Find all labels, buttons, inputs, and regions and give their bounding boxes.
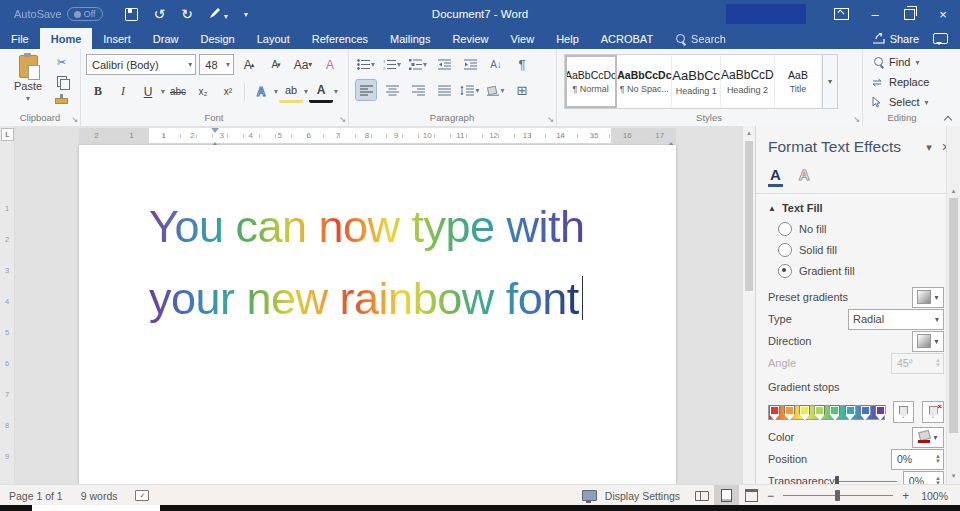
line-spacing-button[interactable]: ▾ [460, 80, 480, 100]
ink-button[interactable]: ▾ [209, 7, 228, 21]
zoom-thumb[interactable] [835, 490, 840, 501]
gradient-stop-marker[interactable] [784, 405, 795, 421]
gradient-stops-bar[interactable] [768, 405, 885, 420]
show-hide-button[interactable]: ¶ [512, 54, 532, 74]
highlight-caret-icon[interactable]: ▾ [304, 87, 308, 96]
styles-dialog-launcher[interactable]: ↘ [853, 115, 860, 124]
document-text[interactable]: You can now type with your new rainbow f… [79, 145, 676, 335]
comments-icon[interactable] [933, 33, 948, 44]
account-badge[interactable] [726, 4, 806, 24]
underline-caret-icon[interactable]: ▾ [161, 87, 165, 96]
type-combo[interactable]: Radial▾ [848, 309, 944, 330]
align-right-button[interactable] [408, 80, 428, 100]
tab-insert[interactable]: Insert [92, 28, 142, 49]
superscript-button[interactable]: x² [216, 82, 240, 102]
multilevel-list-button[interactable]: ▾ [408, 54, 428, 74]
display-settings-button[interactable]: Display Settings [573, 490, 689, 502]
tab-design[interactable]: Design [189, 28, 245, 49]
tab-file[interactable]: File [0, 28, 40, 49]
style-heading1[interactable]: AaBbCc Heading 1 [672, 55, 721, 108]
underline-button[interactable]: U [136, 82, 160, 102]
gradient-stop-marker[interactable] [875, 405, 886, 421]
document-scrollbar[interactable]: ▴ [742, 126, 755, 484]
text-fill-outline-tab[interactable]: A [768, 166, 783, 187]
find-button[interactable]: Find ▾ [872, 56, 919, 68]
text-effects-caret-icon[interactable]: ▾ [274, 87, 278, 96]
gradient-stop-marker[interactable] [799, 405, 810, 421]
share-button[interactable]: Share [872, 33, 919, 45]
styles-gallery-more-icon[interactable]: ▾ [822, 55, 837, 108]
style-heading2[interactable]: AaBbCcD Heading 2 [721, 55, 775, 108]
zoom-in-button[interactable]: + [899, 489, 912, 503]
undo-icon[interactable]: ↺ [154, 7, 166, 21]
autosave-toggle[interactable]: AutoSave Off [14, 7, 103, 21]
tab-acrobat[interactable]: ACROBAT [590, 28, 664, 49]
proofing-button[interactable]: ✓ [126, 490, 158, 501]
font-name-combo[interactable]: Calibri (Body) ▾ [86, 54, 196, 75]
print-layout-button[interactable] [714, 485, 739, 506]
change-case-button[interactable]: Aa▾ [291, 55, 315, 75]
web-layout-button[interactable] [739, 485, 764, 506]
bullets-button[interactable]: ▾ [356, 54, 376, 74]
decrease-indent-button[interactable] [434, 54, 454, 74]
zoom-slider[interactable] [783, 490, 893, 501]
select-button[interactable]: Select ▾ [872, 96, 929, 108]
subscript-button[interactable]: x₂ [191, 82, 215, 102]
paragraph-dialog-launcher[interactable]: ↘ [547, 115, 554, 124]
format-painter-icon[interactable] [55, 98, 68, 104]
align-center-button[interactable] [382, 80, 402, 100]
ribbon-display-options-button[interactable] [824, 0, 858, 28]
collapse-ribbon-icon[interactable] [944, 114, 952, 122]
document-page[interactable]: You can now type with your new rainbow f… [79, 145, 676, 484]
restore-button[interactable] [892, 0, 926, 28]
shrink-font-button[interactable]: A▾ [264, 55, 288, 75]
zoom-out-button[interactable]: − [764, 489, 777, 503]
font-dialog-launcher[interactable]: ↘ [339, 115, 346, 124]
scrollbar-thumb[interactable] [745, 141, 753, 291]
pane-scrollbar[interactable]: ▴ ▾ [946, 126, 960, 484]
gradient-stop-marker[interactable] [814, 405, 825, 421]
color-button[interactable]: ▾ [912, 427, 944, 448]
cut-icon[interactable]: ✂ [57, 56, 66, 69]
scrollbar-up-icon[interactable]: ▴ [743, 126, 755, 140]
tab-review[interactable]: Review [441, 28, 499, 49]
clipboard-dialog-launcher[interactable]: ↘ [71, 115, 78, 124]
save-icon[interactable] [125, 8, 138, 21]
numbering-button[interactable]: 12▾ [382, 54, 402, 74]
read-mode-button[interactable] [689, 485, 714, 506]
no-fill-option[interactable]: No fill [756, 218, 960, 239]
tab-home[interactable]: Home [40, 28, 93, 49]
text-fill-section-header[interactable]: ▲ Text Fill [756, 194, 960, 218]
text-effects-button[interactable]: A [249, 82, 273, 102]
strikethrough-button[interactable]: abc [166, 82, 190, 102]
minimize-button[interactable]: – [858, 0, 892, 28]
word-count[interactable]: 9 words [72, 490, 127, 502]
gradient-stop-marker[interactable] [860, 405, 871, 421]
shading-button[interactable]: ▾ [486, 80, 506, 100]
customize-qat-icon[interactable]: ▾ [244, 10, 248, 19]
tab-mailings[interactable]: Mailings [379, 28, 441, 49]
copy-icon[interactable] [57, 76, 67, 87]
grow-font-button[interactable]: A▴ [237, 55, 261, 75]
gradient-stop-marker[interactable] [769, 405, 780, 421]
italic-button[interactable]: I [111, 82, 135, 102]
font-color-button[interactable]: A [309, 80, 333, 103]
replace-button[interactable]: Replace [872, 76, 929, 88]
direction-button[interactable]: ▾ [912, 331, 944, 352]
paste-button[interactable]: Paste ▾ [8, 55, 48, 111]
pane-scroll-up-icon[interactable]: ▴ [947, 184, 960, 197]
increase-indent-button[interactable] [460, 54, 480, 74]
redo-icon[interactable]: ↻ [181, 7, 193, 21]
close-button[interactable]: × [926, 0, 960, 28]
add-gradient-stop-button[interactable] [893, 401, 915, 423]
tab-draw[interactable]: Draw [142, 28, 190, 49]
preset-gradients-button[interactable]: ▾ [912, 287, 944, 308]
bold-button[interactable]: B [86, 82, 110, 102]
font-color-caret-icon[interactable]: ▾ [334, 87, 338, 96]
remove-gradient-stop-button[interactable]: × [922, 401, 944, 423]
borders-button[interactable]: ⊞ [512, 80, 532, 100]
tab-selector[interactable]: L [1, 128, 14, 141]
gradient-stop-marker[interactable] [845, 405, 856, 421]
page-indicator[interactable]: Page 1 of 1 [0, 490, 72, 502]
style-normal[interactable]: AaBbCcDc ¶ Normal [565, 55, 617, 108]
